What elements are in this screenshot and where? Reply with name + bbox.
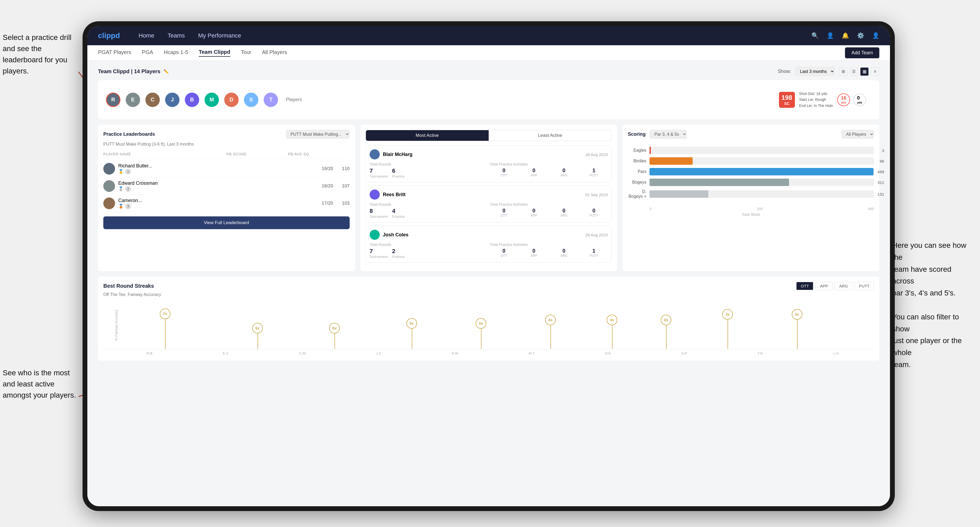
scoring-player-filter[interactable]: All Players [842, 130, 874, 139]
player-avatar-7[interactable]: D [224, 93, 239, 107]
player-avatar-9[interactable]: T [264, 93, 278, 107]
annotation-right: Here you can see how theteam have scored… [892, 240, 975, 371]
streak-dot-3[interactable]: 6x [329, 323, 340, 333]
streaks-card: Best Round Streaks OTT APP ARG PUTT Off … [98, 276, 879, 360]
player-avatar-3[interactable]: C [145, 93, 160, 107]
medal-silver: 🥈 [118, 186, 124, 191]
streak-filter-arg[interactable]: ARG [835, 282, 853, 290]
scoring-bar-chart: Eagles 3 Birdies 96 [628, 144, 874, 205]
user-icon[interactable]: 👤 [827, 32, 834, 39]
avatar-icon[interactable]: 👤 [872, 32, 879, 39]
lb-avatar-3 [103, 197, 115, 209]
bar-track-bogeys: 311 [649, 179, 874, 186]
nav-performance[interactable]: My Performance [198, 32, 241, 39]
player-avatar-8[interactable]: S [244, 93, 258, 107]
tab-least-active[interactable]: Least Active [488, 130, 611, 141]
view-icon-detail[interactable]: ≡ [871, 67, 879, 76]
lb-name-1: Richard Butler... [118, 163, 311, 169]
lb-name-2: Edward Crossman [118, 181, 311, 186]
medal-gold: 🥇 [118, 169, 124, 174]
drill-selector[interactable]: PUTT Must Make Putting... [286, 130, 350, 139]
putt-col-2: 0 PUTT [580, 208, 608, 217]
leaderboard-title: Practice Leaderboards [103, 132, 155, 137]
bar-track-birdies: 96 [649, 157, 874, 165]
practice-grid-2: 0 OTT 0 APP 0 ARG [490, 208, 608, 217]
score-circle-1: 16 yds [837, 94, 850, 106]
settings-icon[interactable]: ⚙️ [857, 32, 864, 39]
lb-row-2[interactable]: Edward Crossman 🥈 2 18/20 107 [103, 178, 350, 195]
arg-col-2: 0 ARG [550, 208, 578, 217]
player-avatar-4[interactable]: J [165, 93, 180, 107]
arg-col-3: 0 ARG [550, 248, 578, 258]
three-col-grid: Practice Leaderboards PUTT Must Make Put… [98, 125, 879, 271]
streak-dot-10[interactable]: 3x [792, 309, 802, 320]
streak-dot-5[interactable]: 5x [476, 318, 486, 329]
player-avatar-1[interactable]: R [106, 93, 120, 107]
view-icon-list[interactable]: ☰ [850, 67, 858, 76]
view-icon-grid[interactable]: ⊞ [839, 67, 847, 76]
ott-col-1: 0 OTT [490, 167, 518, 177]
view-icon-card[interactable]: ▦ [860, 67, 869, 76]
subnav-pgat[interactable]: PGAT Players [98, 49, 131, 56]
streak-filter-putt[interactable]: PUTT [854, 282, 874, 290]
streaks-filters: OTT APP ARG PUTT [796, 282, 874, 290]
nav-teams[interactable]: Teams [167, 32, 185, 39]
player-avatar-6[interactable]: M [205, 93, 219, 107]
streak-dot-4[interactable]: 5x [406, 318, 417, 329]
edit-icon[interactable]: ✏️ [164, 69, 169, 74]
subnav-team-clippd[interactable]: Team Clippd [199, 49, 231, 57]
rounds-values-1: 7 Tournament 6 Practice [370, 167, 487, 178]
streak-y-axis: % Fairway Accuracy [114, 310, 118, 341]
team-header: Team Clippd | 14 Players ✏️ Show: Last 3… [98, 67, 879, 76]
main-content: Team Clippd | 14 Players ✏️ Show: Last 3… [88, 61, 890, 506]
total-practice-label-1: Total Practice Activities [490, 162, 608, 167]
player-avatar-2[interactable]: E [126, 93, 140, 107]
bar-row-bogeys: Bogeys 311 [628, 179, 874, 186]
view-leaderboard-button[interactable]: View Full Leaderboard [103, 216, 350, 229]
scoring-title: Scoring [628, 132, 646, 137]
activity-toggle: Most Active Least Active [366, 130, 612, 141]
bar-row-birdies: Birdies 96 [628, 157, 874, 165]
lb-row-3[interactable]: Cameron... 🥉 3 17/20 103 [103, 195, 350, 212]
subnav-pga[interactable]: PGA [142, 49, 153, 56]
practice-grid-1: 0 OTT 0 APP 0 ARG [490, 167, 608, 177]
rounds-values-3: 7 Tournament 2 Practice [370, 248, 487, 259]
score-circles: 16 yds 0 yds [837, 94, 866, 106]
practice-val-1: 6 [392, 167, 404, 174]
tablet-screen: clippd Home Teams My Performance 🔍 👤 🔔 ⚙… [88, 26, 890, 506]
tab-most-active[interactable]: Most Active [366, 130, 488, 141]
lb-row-1[interactable]: Richard Butler... 🥇 1 19/20 110 [103, 160, 350, 178]
nav-home[interactable]: Home [138, 32, 154, 39]
streak-filter-app[interactable]: APP [815, 282, 832, 290]
activity-date-3: 26 Aug 2023 [585, 233, 608, 237]
subnav-hcaps[interactable]: Hcaps 1-5 [164, 49, 188, 56]
streak-dot-8[interactable]: 4x [661, 314, 671, 325]
subnav-all-players[interactable]: All Players [262, 49, 287, 56]
streak-filter-ott[interactable]: OTT [796, 282, 813, 290]
streak-line-9 [727, 314, 728, 349]
notification-icon[interactable]: 🔔 [842, 32, 849, 39]
lb-avg-2: 107 [336, 183, 350, 189]
search-icon[interactable]: 🔍 [811, 32, 819, 39]
show-select[interactable]: Last 3 months [795, 67, 835, 76]
streak-dot-6[interactable]: 4x [545, 314, 556, 325]
bar-fill-eagles [649, 147, 651, 154]
drill-subtitle: PUTT Must Make Putting (3-6 ft), Last 3 … [103, 142, 350, 147]
lb-score-1: 19/20 [315, 166, 333, 171]
rank-badge-3: 3 [125, 203, 131, 209]
scoring-filter[interactable]: Par 3, 4 & 5s [650, 130, 687, 139]
rank-badge-1: 1 [125, 169, 131, 175]
activity-player-1: Blair McHarg 26 Aug 2023 Total Rounds 7 … [366, 145, 612, 182]
streak-dot-2[interactable]: 6x [252, 323, 263, 333]
bar-row-eagles: Eagles 3 [628, 147, 874, 154]
streak-dot-7[interactable]: 4x [607, 314, 617, 325]
lb-name-3: Cameron... [118, 198, 311, 203]
subnav-tour[interactable]: Tour [241, 49, 251, 56]
player-avatar-5[interactable]: B [185, 93, 199, 107]
streak-dot-1[interactable]: 7x [160, 308, 170, 319]
activity-stats-2: Total Rounds 8 Tournament 4 Practice [370, 202, 608, 219]
activity-avatar-2 [370, 189, 380, 200]
streak-dot-9[interactable]: 3x [722, 309, 733, 320]
players-label: Players [286, 97, 302, 103]
add-team-button[interactable]: Add Team [845, 48, 879, 58]
